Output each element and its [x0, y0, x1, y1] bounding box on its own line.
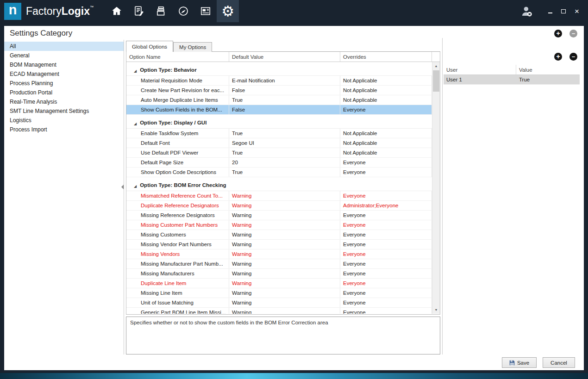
- maximize-button[interactable]: [560, 7, 567, 15]
- tab-my-options[interactable]: My Options: [173, 42, 212, 52]
- default-value-cell: False: [229, 86, 340, 95]
- remove-user-override-button[interactable]: [569, 53, 577, 61]
- add-category-button[interactable]: [554, 30, 562, 37]
- nav-settings-button[interactable]: [217, 0, 239, 22]
- sidebar-item-process-import[interactable]: Process Import: [4, 125, 124, 134]
- tab-global-options[interactable]: Global Options: [126, 41, 173, 52]
- option-row-missing-line-item[interactable]: Missing Line ItemWarningEveryone: [126, 288, 432, 298]
- option-name-cell: Enable Taskflow System: [126, 129, 229, 138]
- scroll-up-arrow-icon[interactable]: [432, 62, 440, 70]
- option-row-default-font[interactable]: Default FontSegoe UINot Applicable: [126, 138, 432, 148]
- sidebar-item-real-time-analysis[interactable]: Real-Time Analysis: [4, 97, 124, 106]
- option-row-show-custom-fields-in-the-bom[interactable]: Show Custom Fields in the BOM...FalseEve…: [126, 105, 432, 115]
- options-grid-scrollbar[interactable]: [432, 62, 440, 314]
- nav-materials-button[interactable]: [150, 0, 172, 22]
- options-grid-header: Option Name Default Value Overrides: [126, 52, 440, 62]
- option-row-missing-customer-part-numbers[interactable]: Missing Customer Part NumbersWarningEver…: [126, 220, 432, 230]
- column-header-option-name[interactable]: Option Name: [126, 52, 229, 62]
- close-button[interactable]: [573, 7, 581, 15]
- overrides-cell: Everyone: [340, 240, 432, 249]
- option-name-cell: Use Default PDF Viewer: [126, 148, 229, 157]
- default-value-cell: Warning: [229, 249, 340, 259]
- titlebar-right: [520, 0, 581, 22]
- user-account-button[interactable]: [520, 5, 533, 18]
- sidebar-divider: [124, 40, 124, 354]
- user-override-row-user-1[interactable]: User 1True: [444, 75, 580, 85]
- minimize-icon: [548, 12, 552, 13]
- option-row-missing-vendor-part-numbers[interactable]: Missing Vendor Part NumbersWarningEveryo…: [126, 240, 432, 249]
- group-header-option-type-bom-error-checking[interactable]: Option Type: BOM Error Checking: [126, 180, 432, 191]
- option-name-cell: Show Custom Fields in the BOM...: [126, 105, 229, 114]
- save-button[interactable]: Save: [502, 357, 537, 368]
- settings-gear-icon: [221, 4, 234, 19]
- remove-category-button[interactable]: [569, 30, 577, 37]
- default-value-cell: Warning: [229, 191, 340, 200]
- option-row-show-option-code-descriptions[interactable]: Show Option Code DescriptionsTrueEveryon…: [126, 168, 432, 177]
- option-row-unit-of-issue-matching[interactable]: Unit of Issue MatchingWarningEveryone: [126, 298, 432, 308]
- default-value-cell: True: [229, 129, 340, 138]
- option-row-missing-reference-designators[interactable]: Missing Reference DesignatorsWarningEver…: [126, 211, 432, 220]
- default-value-cell: Warning: [229, 298, 340, 307]
- option-name-cell: Missing Manufacturer Part Numb...: [126, 259, 229, 268]
- option-row-enable-taskflow-system[interactable]: Enable Taskflow SystemTrueNot Applicable: [126, 129, 432, 138]
- overrides-cell: Not Applicable: [340, 86, 432, 95]
- option-name-cell: Auto Merge Duplicate Line Items: [126, 95, 229, 105]
- add-user-override-button[interactable]: [554, 53, 562, 61]
- home-icon: [111, 5, 123, 17]
- sidebar-item-bom-management[interactable]: BOM Management: [4, 60, 124, 69]
- sidebar-item-process-planning[interactable]: Process Planning: [4, 79, 124, 88]
- sidebar-item-general[interactable]: General: [4, 51, 124, 60]
- option-row-auto-merge-duplicate-line-items[interactable]: Auto Merge Duplicate Line ItemsTrueNot A…: [126, 95, 432, 105]
- option-row-material-requisition-mode[interactable]: Material Requisition ModeE-mail Notifica…: [126, 76, 432, 86]
- option-row-missing-vendors[interactable]: Missing VendorsWarningEveryone: [126, 249, 432, 259]
- factorylogix-logo: n: [4, 3, 21, 20]
- overrides-cell: Everyone: [340, 269, 432, 278]
- scrollbar-thumb[interactable]: [433, 70, 439, 92]
- settings-window: Settings Category AllGeneralBOM Manageme…: [4, 26, 584, 370]
- column-header-overrides[interactable]: Overrides: [340, 52, 432, 62]
- column-header-default-value[interactable]: Default Value: [229, 52, 340, 62]
- column-header-user[interactable]: User: [444, 65, 516, 75]
- overrides-cell: Everyone: [340, 211, 432, 220]
- column-header-value[interactable]: Value: [516, 65, 580, 75]
- option-row-missing-manufacturers[interactable]: Missing ManufacturersWarningEveryone: [126, 269, 432, 279]
- group-expander-icon[interactable]: [134, 66, 137, 74]
- group-expander-icon[interactable]: [134, 181, 137, 189]
- scroll-down-arrow-icon[interactable]: [432, 306, 440, 314]
- option-row-generic-part-bom-line-item-missi[interactable]: Generic Part BOM Line Item Missi...Warni…: [126, 308, 432, 314]
- option-name-cell: Mismatched Reference Count To...: [126, 191, 229, 200]
- group-header-option-type-display-gui[interactable]: Option Type: Display / GUI: [126, 117, 432, 129]
- options-grid: Option Name Default Value Overrides Opti…: [126, 52, 440, 315]
- titlebar: n FactoryLogix™: [0, 0, 588, 22]
- minimize-button[interactable]: [546, 7, 554, 15]
- overrides-cell: Not Applicable: [340, 129, 432, 138]
- option-row-missing-manufacturer-part-numb[interactable]: Missing Manufacturer Part Numb...Warning…: [126, 259, 432, 269]
- option-row-missing-customers[interactable]: Missing CustomersWarningEveryone: [126, 230, 432, 240]
- nav-home-button[interactable]: [106, 0, 128, 22]
- group-expander-icon[interactable]: [134, 118, 137, 127]
- nav-reports-button[interactable]: [194, 0, 217, 22]
- nav-dispatch-button[interactable]: [172, 0, 194, 22]
- sidebar-item-logistics[interactable]: Logistics: [4, 116, 124, 125]
- user-overrides-grid: User Value User 1True: [444, 65, 580, 85]
- app-title: FactoryLogix™: [26, 5, 94, 18]
- sidebar-item-all[interactable]: All: [4, 42, 124, 51]
- group-title-label: Option Type: Display / GUI: [140, 120, 206, 125]
- sidebar-item-ecad-management[interactable]: ECAD Management: [4, 69, 124, 79]
- save-button-label: Save: [517, 360, 529, 366]
- splitter-collapse-arrow[interactable]: [121, 185, 124, 189]
- option-row-use-default-pdf-viewer[interactable]: Use Default PDF ViewerTrueNot Applicable: [126, 148, 432, 158]
- option-row-create-new-part-revision-for-eac[interactable]: Create New Part Revision for eac...False…: [126, 86, 432, 95]
- group-header-option-type-behavior[interactable]: Option Type: Behavior: [126, 64, 432, 76]
- sidebar-item-smt-line-management-settings[interactable]: SMT Line Management Settings: [4, 106, 124, 116]
- trademark: ™: [90, 5, 94, 9]
- sidebar-item-production-portal[interactable]: Production Portal: [4, 88, 124, 97]
- overrides-cell: Everyone: [340, 298, 432, 307]
- nav-forms-button[interactable]: [128, 0, 150, 22]
- option-row-duplicate-line-item[interactable]: Duplicate Line ItemWarningEveryone: [126, 279, 432, 288]
- option-row-duplicate-reference-designators[interactable]: Duplicate Reference DesignatorsWarningAd…: [126, 201, 432, 211]
- cancel-button[interactable]: Cancel: [543, 357, 575, 368]
- option-row-default-page-size[interactable]: Default Page Size20Everyone: [126, 158, 432, 168]
- save-icon: [509, 360, 515, 366]
- option-row-mismatched-reference-count-to[interactable]: Mismatched Reference Count To...WarningE…: [126, 191, 432, 201]
